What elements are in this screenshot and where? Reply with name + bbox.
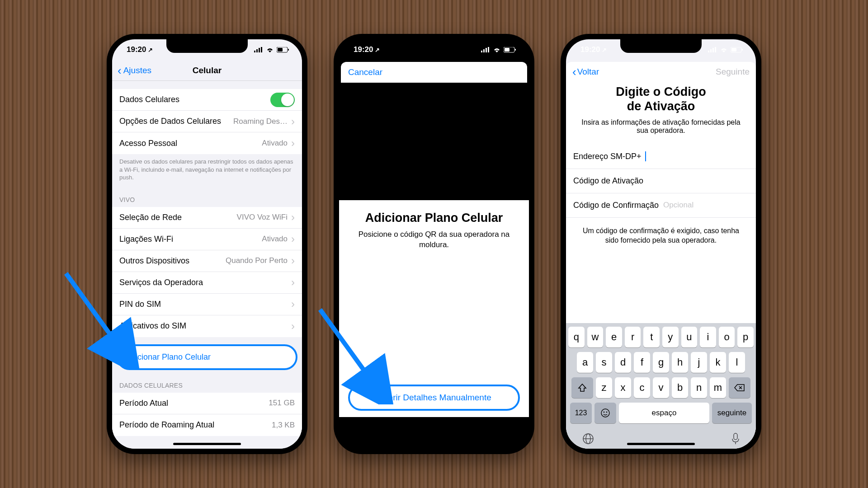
row-sim-pin[interactable]: PIN do SIM › (112, 294, 302, 315)
svg-rect-9 (483, 49, 485, 52)
svg-rect-0 (254, 51, 255, 52)
key-l[interactable]: l (729, 352, 745, 373)
key-d[interactable]: d (615, 352, 631, 373)
shift-icon (578, 383, 587, 392)
backspace-icon (734, 384, 745, 392)
svg-rect-29 (734, 433, 737, 440)
row-cellular-data[interactable]: Dados Celulares (112, 89, 302, 111)
key-r[interactable]: r (625, 327, 641, 347)
home-indicator[interactable] (400, 443, 468, 445)
location-icon: ↗ (148, 47, 153, 53)
camera-view (339, 83, 529, 200)
row-wifi-calling[interactable]: Ligações Wi-Fi Ativado › (112, 229, 302, 250)
svg-rect-5 (278, 48, 283, 52)
key-c[interactable]: c (634, 377, 650, 398)
battery-icon (504, 47, 516, 53)
row-sim-apps[interactable]: Aplicativos do SIM › (112, 315, 302, 337)
key-s[interactable]: s (596, 352, 612, 373)
key-emoji[interactable] (594, 403, 616, 423)
key-e[interactable]: e (606, 327, 622, 347)
section-header-carrier: VIVO (112, 188, 302, 207)
sheet-navbar: ‹ Voltar Seguinte (566, 62, 756, 82)
key-next[interactable]: seguinte (712, 403, 752, 423)
row-carrier-services[interactable]: Serviços da Operadora › (112, 272, 302, 294)
row-data-options[interactable]: Opções de Dados Celulares Roaming Des… › (112, 111, 302, 132)
key-j[interactable]: j (691, 352, 707, 373)
field-smdp[interactable]: Endereço SM-DP+ (566, 145, 756, 169)
cellular-icon (481, 47, 490, 52)
key-g[interactable]: g (653, 352, 669, 373)
nav-bar: ‹ Ajustes Celular (112, 60, 302, 81)
next-button[interactable]: Seguinte (716, 67, 750, 77)
key-x[interactable]: x (615, 377, 631, 398)
svg-rect-18 (712, 48, 714, 52)
key-i[interactable]: i (700, 327, 716, 347)
add-plan-button[interactable]: Adicionar Plano Celular (117, 344, 297, 370)
key-h[interactable]: h (672, 352, 688, 373)
kb-row-1: q w e r t y u i o p (568, 327, 754, 347)
key-w[interactable]: w (587, 327, 604, 347)
wifi-icon (493, 47, 501, 53)
svg-point-23 (601, 409, 609, 417)
key-b[interactable]: b (672, 377, 688, 398)
key-p[interactable]: p (737, 327, 754, 347)
svg-rect-2 (259, 48, 260, 52)
location-icon: ↗ (602, 47, 607, 53)
key-z[interactable]: z (596, 377, 612, 398)
battery-icon (731, 47, 743, 53)
status-time: 19:20 (354, 45, 373, 54)
svg-rect-11 (488, 47, 489, 52)
key-q[interactable]: q (568, 327, 585, 347)
home-indicator[interactable] (173, 443, 241, 445)
status-time: 19:20 (580, 45, 600, 54)
field-activation-code[interactable]: Código de Ativação (566, 169, 756, 193)
chevron-right-icon: › (291, 254, 295, 267)
row-current-period[interactable]: Período Atual 151 GB (112, 393, 302, 414)
key-a[interactable]: a (577, 352, 593, 373)
svg-rect-13 (505, 48, 509, 52)
page-title: Digite o Código de Ativação (577, 84, 745, 114)
key-f[interactable]: f (634, 352, 650, 373)
svg-rect-8 (481, 51, 482, 52)
row-roaming-period[interactable]: Período de Roaming Atual 1,3 KB (112, 414, 302, 436)
key-space[interactable]: espaço (619, 403, 709, 423)
key-o[interactable]: o (719, 327, 735, 347)
cellular-icon (708, 47, 717, 52)
key-k[interactable]: k (710, 352, 726, 373)
chevron-right-icon: › (291, 233, 295, 245)
home-indicator[interactable] (627, 443, 695, 445)
key-123[interactable]: 123 (570, 403, 592, 423)
svg-rect-22 (742, 49, 743, 51)
mic-icon[interactable] (731, 432, 740, 445)
key-shift[interactable] (571, 377, 593, 398)
key-m[interactable]: m (710, 377, 726, 398)
card-title: Adicionar Plano Celular (365, 211, 503, 225)
field-confirmation-code[interactable]: Código de Confirmação Opcional (566, 193, 756, 218)
row-personal-hotspot[interactable]: Acesso Pessoal Ativado › (112, 132, 302, 154)
globe-icon[interactable] (582, 432, 594, 445)
key-backspace[interactable] (729, 377, 750, 398)
modal-header: Cancelar (341, 62, 527, 83)
toggle-on-icon[interactable] (270, 93, 295, 107)
kb-row-3: z x c v b n m (568, 377, 754, 398)
key-u[interactable]: u (681, 327, 698, 347)
kb-row-2: a s d f g h j k l (568, 352, 754, 373)
row-network-selection[interactable]: Seleção de Rede VIVO Voz WiFi › (112, 207, 302, 229)
row-other-devices[interactable]: Outros Dispositivos Quando Por Perto › (112, 250, 302, 272)
wifi-icon (720, 47, 728, 53)
svg-rect-3 (261, 47, 262, 52)
phone-qr-scan: 19:20 ↗ Cancelar Adicionar Plano Celular… (334, 34, 534, 454)
key-v[interactable]: v (653, 377, 669, 398)
location-icon: ↗ (375, 47, 380, 53)
battery-icon (277, 47, 289, 53)
cancel-button[interactable]: Cancelar (348, 67, 382, 77)
wifi-icon (266, 47, 274, 53)
chevron-right-icon: › (291, 298, 295, 310)
key-n[interactable]: n (691, 377, 707, 398)
enter-manually-button[interactable]: Inserir Detalhes Manualmente (348, 385, 520, 411)
key-t[interactable]: t (643, 327, 660, 347)
key-y[interactable]: y (662, 327, 679, 347)
svg-point-24 (604, 412, 605, 413)
chevron-right-icon: › (291, 211, 295, 224)
back-button[interactable]: ‹ Voltar (572, 65, 599, 79)
